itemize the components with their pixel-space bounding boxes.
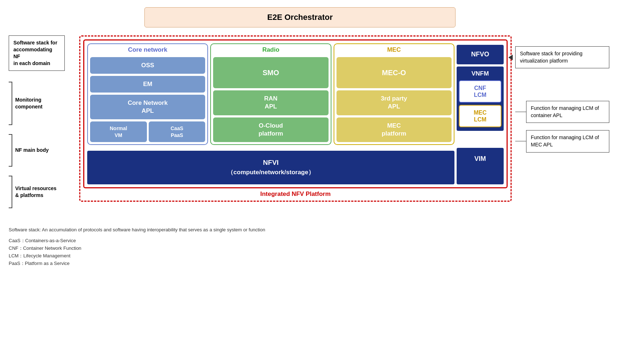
brace-nf-main-label: NF main body [15, 147, 49, 153]
core-caas-paas-block: CaaSPaaS [149, 121, 206, 142]
core-oss-block: OSS [90, 57, 205, 74]
mano-column: NFVO VNFM CNF LCM MEC LCM [457, 43, 504, 145]
radio-title: Radio [213, 46, 328, 53]
footnote-main: Software stack: An accumulation of proto… [9, 226, 609, 234]
brace-virtual-resources-label: Virtual resources& platforms [15, 185, 56, 198]
core-normal-vm-block: NormalVM [90, 121, 147, 142]
core-network-apl-block: Core NetworkAPL [90, 95, 205, 119]
radio-ocloud-block: O-Cloudplatform [213, 117, 328, 142]
mec-column: MEC MEC-O 3rd partyAPL MECplatform [334, 43, 454, 145]
cnf-connector-line [515, 112, 526, 112]
radio-column: Radio SMO RANAPL O-Cloudplatform [210, 43, 331, 145]
core-network-column: Core network OSS EM Core NetworkAPL Norm… [87, 43, 208, 145]
right-annotations: Software stack for providing virtualizat… [515, 35, 609, 215]
nfv-platform-outer: Core network OSS EM Core NetworkAPL Norm… [79, 35, 512, 202]
nfv-platform-label: Integrated NFV Platform [83, 190, 508, 198]
footnote-cnf: CNF：Container Network Function [9, 245, 609, 252]
brace-monitoring: Monitoringcomponent [9, 80, 79, 127]
nfv-platform-inner: Core network OSS EM Core NetworkAPL Norm… [83, 39, 508, 188]
brace-virtual-resources: Virtual resources& platforms [9, 174, 79, 210]
diagram-wrapper: E2E Orchestrator Software stack for acco… [9, 7, 609, 267]
domains-mano-row: Core network OSS EM Core NetworkAPL Norm… [87, 43, 504, 145]
software-stack-annotation: Software stack for accommodating NF in e… [9, 35, 65, 71]
core-em-block: EM [90, 76, 205, 93]
brace-nf-main: NF main body [9, 132, 79, 168]
brace-monitoring-label: Monitoringcomponent [15, 97, 42, 110]
three-domains: Core network OSS EM Core NetworkAPL Norm… [87, 43, 454, 145]
cnf-lcm-box: CNF LCM [459, 80, 501, 103]
mec-connector-line [515, 141, 526, 141]
diagram-body: Software stack for accommodating NF in e… [9, 35, 609, 215]
footnote-paas: PaaS：Platform as a Service [9, 260, 609, 267]
right-annotation-mec: Function for managing LCM of MEC APL [526, 130, 609, 152]
vnfm-block: VNFM CNF LCM MEC LCM [457, 67, 504, 131]
footnotes: Software stack: An accumulation of proto… [9, 226, 609, 267]
nfvi-bar: NFVI（compute/network/storage） [87, 151, 454, 184]
vnfm-title: VNFM [459, 70, 501, 77]
right-annotation-virtualization: Software stack for providing virtualizat… [515, 46, 609, 68]
left-column: Software stack for accommodating NF in e… [9, 35, 79, 215]
core-bottom-row: NormalVM CaaSPaaS [90, 121, 205, 142]
nfvi-row: NFVI（compute/network/storage） VIM [87, 148, 504, 184]
cnf-annotation-row: Function for managing LCM of container A… [515, 101, 609, 123]
core-network-title: Core network [90, 46, 205, 53]
mec-platform-block: MECplatform [336, 117, 452, 142]
radio-ran-apl-block: RANAPL [213, 90, 328, 115]
mec-annotation-row: Function for managing LCM of MEC APL [515, 130, 609, 152]
right-annotation-cnf: Function for managing LCM of container A… [526, 101, 609, 123]
e2e-orchestrator-box: E2E Orchestrator [144, 7, 456, 27]
domain-columns: Core network OSS EM Core NetworkAPL Norm… [87, 43, 454, 145]
mec-meco-block: MEC-O [336, 57, 452, 88]
right-spacer-1 [515, 72, 609, 97]
mec-3rdparty-block: 3rd partyAPL [336, 90, 452, 115]
center-area: Core network OSS EM Core NetworkAPL Norm… [79, 35, 512, 215]
footnote-lcm: LCM：Lifecycle Management [9, 252, 609, 260]
radio-smo-block: SMO [213, 57, 328, 88]
footnote-caas: CaaS：Containers-as-a-Service [9, 237, 609, 245]
vim-block: VIM [457, 148, 504, 184]
mec-title: MEC [336, 46, 452, 53]
mec-lcm-box: MEC LCM [459, 105, 501, 127]
nfvo-block: NFVO [457, 45, 504, 64]
